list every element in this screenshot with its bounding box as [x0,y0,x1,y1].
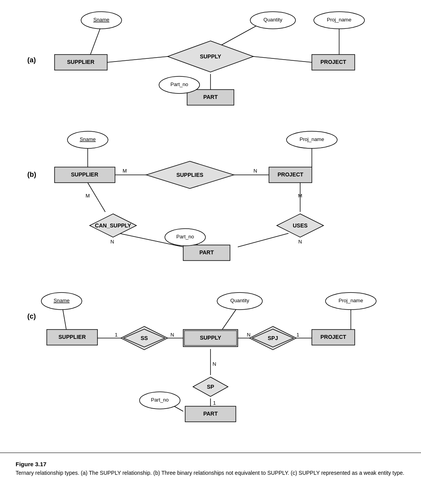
figure-description: Ternary relationship types. (a) The SUPP… [16,469,405,477]
quantity-c-text: Quantity [230,298,249,303]
sname-c-text: Sname [53,298,69,303]
svg-line-1 [253,56,312,62]
part-no-c-text: Part_no [151,397,169,403]
sname-b-text: Sname [80,136,96,142]
svg-line-3 [90,25,101,56]
part-b-text: PART [199,249,214,256]
card-c-1b: 1 [296,332,299,338]
project-b-text: PROJECT [278,171,304,178]
svg-line-9 [88,183,105,212]
diagram-b: (b) SUPPLIER SUPPLIES [16,122,405,272]
part-no-b-text: Part_no [176,234,194,240]
card-c-na: N [170,332,174,338]
supplier-c-text: SUPPLIER [58,334,86,340]
proj-name-c-text: Proj_name [339,298,363,303]
label-b: (b) [27,171,36,178]
supplies-text: SUPPLIES [176,172,203,178]
diagram-a: (a) SUPPLY SUPPLIER PRO [16,8,405,111]
figure-caption: Figure 3.17 Ternary relationship types. … [0,453,421,481]
label-c: (c) [27,312,36,320]
svg-line-0 [107,56,168,62]
svg-line-22 [62,307,66,330]
part-no-text: Part_no [170,81,188,87]
spj-text: SPJ [268,335,278,341]
card-c-1c: 1 [213,400,216,406]
diagram-c: (c) SUPPLIER [16,284,405,429]
part-c-text: PART [203,411,218,417]
supplier-text: SUPPLIER [67,59,94,65]
sname-text: Sname [93,17,109,23]
part-text: PART [203,94,218,100]
svg-line-4 [218,25,257,47]
card-m3: M [298,193,302,199]
ss-text: SS [141,335,148,341]
card-c-1a: 1 [115,332,117,338]
card-n1: N [253,168,257,174]
proj-name-b-text: Proj_name [300,136,324,142]
can-supply-text: CAN_SUPPLY [95,222,132,229]
sp-text: SP [207,384,214,390]
card-c-nb: N [247,332,250,338]
label-a: (a) [27,56,36,64]
card-m1: M [123,168,127,174]
supplier-b-text: SUPPLIER [71,171,98,178]
uses-text: USES [293,222,308,229]
quantity-text: Quantity [264,17,283,23]
svg-line-23 [222,307,238,330]
project-text: PROJECT [320,59,347,65]
proj-name-text: Proj_name [327,17,352,23]
card-n3: N [298,239,302,245]
supply-c-text: SUPPLY [200,335,221,341]
svg-line-11 [238,233,288,247]
card-c-nc: N [212,361,216,367]
supply-label: SUPPLY [200,53,221,60]
card-m2: M [86,193,90,199]
figure-title: Figure 3.17 [16,461,405,467]
project-c-text: PROJECT [320,334,347,340]
card-n2: N [110,239,114,245]
